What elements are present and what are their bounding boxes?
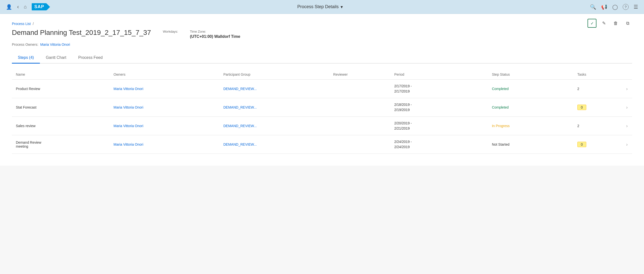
nav-center-title: Process Step Details ▾ (50, 4, 590, 10)
table-header: Name Owners Participant Group Reviewer P… (12, 69, 632, 80)
tasks-badge: 0 (577, 105, 586, 110)
timezone-value: (UTC+01:00) Walldorf Time (190, 34, 240, 39)
cell-name: Demand Reviewmeeting (12, 135, 110, 154)
edit-action-button[interactable]: ✎ (600, 19, 608, 28)
copy-icon: ⧉ (626, 21, 630, 26)
table-row[interactable]: Product Review Maria Vittoria Onori DEMA… (12, 80, 632, 98)
user-icon[interactable]: 👤 (6, 4, 12, 10)
steps-table: Name Owners Participant Group Reviewer P… (12, 69, 632, 154)
owner-link[interactable]: Maria Vittoria Onori (114, 124, 143, 128)
delete-action-button[interactable]: 🗑 (611, 19, 620, 28)
nav-left: 👤 ‹ ⌂ SAP (6, 3, 50, 10)
col-header-name: Name (12, 69, 110, 80)
cell-arrow[interactable]: › (622, 117, 632, 135)
workdays-block: Workdays: (163, 30, 178, 34)
cell-tasks: 2 (574, 80, 622, 98)
page-title: Demand Planning Test_2019_2_17_15_7_37 (12, 29, 151, 37)
status-badge: In Progress (492, 124, 510, 128)
group-link[interactable]: DEMAND_REVIEW... (224, 124, 257, 128)
cell-group: DEMAND_REVIEW... (220, 135, 330, 154)
cell-reviewer (329, 117, 390, 135)
check-action-button[interactable]: ✓ (588, 19, 596, 28)
cell-group: DEMAND_REVIEW... (220, 98, 330, 117)
row-navigate-icon[interactable]: › (626, 105, 628, 110)
cell-status: In Progress (488, 117, 574, 135)
col-header-status: Step Status (488, 69, 574, 80)
cell-reviewer (329, 135, 390, 154)
row-navigate-icon[interactable]: › (626, 86, 628, 91)
row-navigate-icon[interactable]: › (626, 142, 628, 147)
copy-action-button[interactable]: ⧉ (623, 19, 632, 28)
top-navigation: 👤 ‹ ⌂ SAP Process Step Details ▾ 🔍 📢 ◯ ?… (0, 0, 644, 14)
sap-logo-text: SAP (32, 3, 46, 10)
group-link[interactable]: DEMAND_REVIEW... (224, 105, 257, 109)
tasks-value: 2 (577, 87, 579, 91)
owner-link[interactable]: Maria Vittoria Onori (114, 105, 143, 109)
owner-link[interactable]: Maria Vittoria Onori (40, 42, 70, 46)
home-icon[interactable]: ⌂ (24, 4, 27, 10)
title-chevron[interactable]: ▾ (340, 4, 343, 10)
tabs-bar: Steps (4) Gantt Chart Process Feed (12, 52, 632, 64)
cell-status: Not Started (488, 135, 574, 154)
period-text: 2/18/2019 -2/19/2019 (394, 102, 484, 113)
cell-owner: Maria Vittoria Onori (110, 135, 220, 154)
cell-reviewer (329, 80, 390, 98)
cell-group: DEMAND_REVIEW... (220, 117, 330, 135)
tab-gantt[interactable]: Gantt Chart (40, 52, 72, 64)
cell-reviewer (329, 98, 390, 117)
status-badge: Completed (492, 87, 509, 91)
cell-owner: Maria Vittoria Onori (110, 98, 220, 117)
title-left: Demand Planning Test_2019_2_17_15_7_37 (12, 28, 151, 41)
owner-link[interactable]: Maria Vittoria Onori (114, 142, 143, 146)
cell-status: Completed (488, 98, 574, 117)
cell-arrow[interactable]: › (622, 98, 632, 117)
sap-logo-triangle (46, 3, 50, 10)
cell-group: DEMAND_REVIEW... (220, 80, 330, 98)
cell-name: Product Review (12, 80, 110, 98)
cell-status: Completed (488, 80, 574, 98)
check-icon: ✓ (590, 21, 594, 26)
cell-arrow[interactable]: › (622, 135, 632, 154)
nav-right: 🔍 📢 ◯ ? ☰ (590, 4, 638, 10)
cell-name: Sales review (12, 117, 110, 135)
cell-owner: Maria Vittoria Onori (110, 117, 220, 135)
table-row[interactable]: Sales review Maria Vittoria Onori DEMAND… (12, 117, 632, 135)
group-link[interactable]: DEMAND_REVIEW... (224, 142, 257, 146)
table-row[interactable]: Demand Reviewmeeting Maria Vittoria Onor… (12, 135, 632, 154)
cell-owner: Maria Vittoria Onori (110, 80, 220, 98)
clock-icon[interactable]: ◯ (612, 4, 618, 10)
owner-link[interactable]: Maria Vittoria Onori (114, 87, 143, 91)
cell-arrow[interactable]: › (622, 80, 632, 98)
table-body: Product Review Maria Vittoria Onori DEMA… (12, 80, 632, 154)
title-area: Demand Planning Test_2019_2_17_15_7_37 W… (12, 28, 632, 41)
timezone-label: Time Zone: (190, 30, 240, 33)
menu-icon[interactable]: ☰ (634, 4, 638, 10)
cell-period: 2/20/2019 -2/21/2019 (390, 117, 488, 135)
app-title: Process Step Details (297, 4, 338, 9)
cell-tasks: 0 (574, 98, 622, 117)
workdays-label: Workdays: (163, 30, 178, 33)
period-text: 2/20/2019 -2/21/2019 (394, 121, 484, 131)
table-row[interactable]: Stat Forecast Maria Vittoria Onori DEMAN… (12, 98, 632, 117)
breadcrumb-parent-link[interactable]: Process List (12, 22, 31, 26)
search-icon[interactable]: 🔍 (590, 4, 596, 10)
row-navigate-icon[interactable]: › (626, 123, 628, 128)
megaphone-icon[interactable]: 📢 (601, 4, 607, 10)
back-icon[interactable]: ‹ (17, 4, 19, 10)
col-header-tasks: Tasks (574, 69, 622, 80)
tab-steps[interactable]: Steps (4) (12, 52, 40, 64)
help-icon[interactable]: ? (623, 4, 629, 10)
sap-logo: SAP (32, 3, 50, 10)
cell-period: 2/17/2019 -2/17/2019 (390, 80, 488, 98)
group-link[interactable]: DEMAND_REVIEW... (224, 87, 257, 91)
col-header-arrow (622, 69, 632, 80)
cell-tasks: 0 (574, 135, 622, 154)
action-buttons-area: ✓ ✎ 🗑 ⧉ (588, 18, 632, 28)
col-header-period: Period (390, 69, 488, 80)
tasks-value: 2 (577, 124, 579, 128)
tab-process-feed[interactable]: Process Feed (72, 52, 109, 64)
tasks-badge: 0 (577, 142, 586, 147)
title-meta: Workdays: Time Zone: (UTC+01:00) Walldor… (163, 28, 632, 39)
cell-period: 2/18/2019 -2/19/2019 (390, 98, 488, 117)
timezone-block: Time Zone: (UTC+01:00) Walldorf Time (190, 30, 240, 39)
